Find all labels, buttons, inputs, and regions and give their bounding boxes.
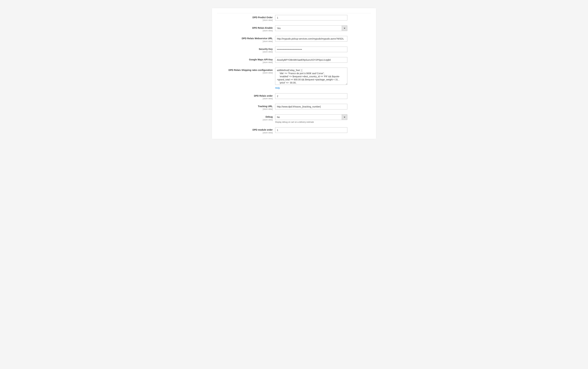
input-relais-order[interactable] bbox=[275, 93, 347, 99]
row-module-order: DPD module order [store view] bbox=[217, 127, 371, 134]
label-google-maps-api-key: Google Maps API Key bbox=[249, 58, 273, 61]
label-col: Google Maps API Key [store view] bbox=[217, 57, 275, 63]
label-col: DPD Relais Webservice URL [store view] bbox=[217, 36, 275, 42]
input-col: addMethod('relay_free', [ 'title' => "Fr… bbox=[275, 68, 347, 89]
input-col bbox=[275, 93, 347, 99]
label-relais-enable: DPD Relais Enable bbox=[252, 27, 273, 29]
scope-label: [store view] bbox=[217, 119, 273, 121]
label-debug: Debug bbox=[265, 115, 273, 118]
select-debug[interactable]: No bbox=[275, 114, 347, 120]
row-relais-enable: DPD Relais Enable [store view] Yes bbox=[217, 25, 371, 32]
scope-label: [store view] bbox=[217, 19, 273, 21]
scope-label: [store view] bbox=[217, 108, 273, 110]
textarea-relais-shipping-rates[interactable]: addMethod('relay_free', [ 'title' => "Fr… bbox=[275, 68, 347, 85]
config-panel: DPD Predict Order [store view] DPD Relai… bbox=[212, 8, 376, 139]
input-security-key[interactable] bbox=[275, 47, 347, 52]
input-col: Yes bbox=[275, 25, 347, 31]
label-col: Security Key [store view] bbox=[217, 47, 275, 53]
label-tracking-url: Tracking URL bbox=[258, 105, 273, 108]
scope-label: [store view] bbox=[217, 132, 273, 134]
select-relais-enable[interactable]: Yes bbox=[275, 25, 347, 31]
label-col: DPD module order [store view] bbox=[217, 127, 275, 134]
label-col: DPD Relais order [store view] bbox=[217, 93, 275, 100]
label-col: DPD Relais Enable [store view] bbox=[217, 25, 275, 32]
scope-label: [store view] bbox=[217, 51, 273, 53]
row-debug: Debug [store view] No Display debug on c… bbox=[217, 114, 371, 123]
label-relais-webservice-url: DPD Relais Webservice URL bbox=[242, 37, 273, 40]
row-relais-webservice-url: DPD Relais Webservice URL [store view] bbox=[217, 36, 371, 42]
input-col bbox=[275, 47, 347, 52]
label-col: Debug [store view] bbox=[217, 114, 275, 121]
label-relais-shipping-rates: DPD Relais Shipping rates configuration bbox=[229, 69, 273, 71]
input-tracking-url[interactable] bbox=[275, 104, 347, 109]
label-col: DPD Relais Shipping rates configuration … bbox=[217, 68, 275, 74]
input-col bbox=[275, 104, 347, 109]
input-relais-webservice-url[interactable] bbox=[275, 36, 347, 41]
input-col bbox=[275, 36, 347, 41]
input-col: No Display debug on cart on a delivery e… bbox=[275, 114, 347, 123]
select-wrap: No bbox=[275, 114, 347, 120]
label-security-key: Security Key bbox=[259, 48, 273, 50]
row-google-maps-api-key: Google Maps API Key [store view] bbox=[217, 57, 371, 63]
note-debug: Display debug on cart on a delivery esti… bbox=[275, 121, 347, 123]
row-relais-shipping-rates: DPD Relais Shipping rates configuration … bbox=[217, 68, 371, 89]
row-tracking-url: Tracking URL [store view] bbox=[217, 104, 371, 110]
input-module-order[interactable] bbox=[275, 127, 347, 133]
scope-label: [store view] bbox=[217, 30, 273, 32]
label-predict-order: DPD Predict Order bbox=[253, 16, 273, 19]
scope-label: [store view] bbox=[217, 61, 273, 63]
input-predict-order[interactable] bbox=[275, 15, 347, 20]
scope-label: [store view] bbox=[217, 72, 273, 74]
label-col: Tracking URL [store view] bbox=[217, 104, 275, 110]
scope-label: [store view] bbox=[217, 97, 273, 100]
select-wrap: Yes bbox=[275, 25, 347, 31]
input-google-maps-api-key[interactable] bbox=[275, 57, 347, 63]
help-link[interactable]: Help bbox=[275, 87, 280, 89]
label-module-order: DPD module order bbox=[253, 128, 273, 131]
label-col: DPD Predict Order [store view] bbox=[217, 15, 275, 21]
input-col bbox=[275, 57, 347, 63]
row-relais-order: DPD Relais order [store view] bbox=[217, 93, 371, 100]
input-col bbox=[275, 15, 347, 20]
row-predict-order: DPD Predict Order [store view] bbox=[217, 15, 371, 21]
scope-label: [store view] bbox=[217, 40, 273, 42]
row-security-key: Security Key [store view] bbox=[217, 47, 371, 53]
input-col bbox=[275, 127, 347, 133]
label-relais-order: DPD Relais order bbox=[254, 94, 273, 97]
